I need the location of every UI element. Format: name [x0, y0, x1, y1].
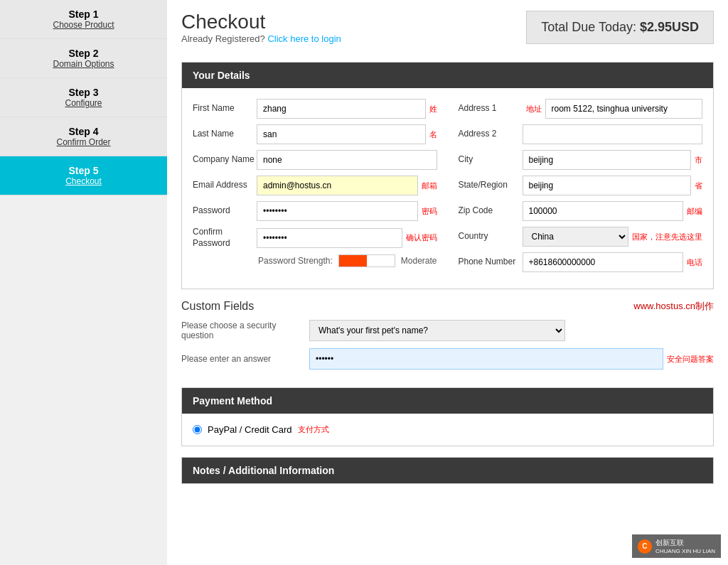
country-label: Country [459, 231, 523, 242]
ps-text: Moderate [401, 256, 437, 266]
address1-label: Address 1 [459, 103, 523, 114]
email-input[interactable] [257, 176, 418, 195]
confirm-password-input[interactable] [257, 228, 402, 248]
step2-label: Domain Options [7, 59, 160, 69]
ps-label: Password Strength: [258, 256, 333, 266]
last-name-row: Last Name 名 [193, 124, 437, 144]
phone-annotation: 电话 [687, 257, 702, 268]
password-strength-row: Password Strength: Moderate [193, 254, 437, 267]
confirm-password-annotation: 确认密码 [406, 232, 437, 243]
total-amount: $2.95USD [640, 20, 699, 34]
payment-body: PayPal / Credit Card 支付方式 [182, 414, 713, 446]
payment-header: Payment Method [182, 388, 713, 414]
sidebar: Step 1 Choose Product Step 2 Domain Opti… [0, 0, 167, 565]
state-label: State/Region [459, 180, 523, 191]
main-content: Checkout Already Registered? Click here … [167, 0, 728, 565]
zip-annotation: 邮编 [687, 206, 702, 217]
password-label: Password [193, 205, 257, 217]
password-row: Password 密码 [193, 201, 437, 221]
step3-number: Step 3 [7, 87, 160, 98]
checkout-title: Checkout [181, 11, 341, 33]
address2-label: Address 2 [459, 129, 523, 140]
checkout-title-area: Checkout Already Registered? Click here … [181, 11, 341, 55]
notes-header: Notes / Additional Information [182, 458, 713, 483]
country-select[interactable]: China United States United Kingdom [523, 227, 629, 247]
answer-annotation: 安全问题答案 [667, 354, 714, 365]
address1-annotation: 地址 [526, 104, 542, 114]
security-question-label: Please choose a security question [181, 321, 309, 340]
company-name-input[interactable] [257, 150, 437, 170]
payment-section: Payment Method PayPal / Credit Card 支付方式 [181, 387, 714, 446]
ps-fill [339, 255, 367, 267]
step5-number: Step 5 [7, 165, 160, 176]
state-row: State/Region 省 [459, 176, 703, 195]
answer-input[interactable] [309, 348, 663, 370]
city-label: City [459, 154, 523, 166]
sidebar-item-step1[interactable]: Step 1 Choose Product [0, 0, 167, 39]
first-name-label: First Name [193, 103, 257, 114]
step5-label: Checkout [7, 176, 160, 186]
step1-number: Step 1 [7, 9, 160, 20]
password-input[interactable] [257, 201, 418, 221]
login-link[interactable]: Click here to login [267, 33, 341, 44]
sidebar-item-step5[interactable]: Step 5 Checkout [0, 156, 167, 195]
custom-fields-header: Custom Fields www.hostus.cn制作 [181, 300, 714, 313]
city-annotation: 市 [695, 155, 702, 166]
step2-number: Step 2 [7, 48, 160, 59]
address2-input[interactable] [523, 124, 703, 144]
city-input[interactable] [523, 150, 692, 170]
answer-row: Please enter an answer 安全问题答案 [181, 348, 714, 370]
first-name-row: First Name 姓 [193, 99, 437, 119]
step4-number: Step 4 [7, 126, 160, 137]
last-name-annotation: 名 [429, 129, 437, 140]
country-annotation: 国家，注意先选这里 [632, 232, 702, 242]
form-right-col: Address 1 地址 Address 2 City 市 [459, 99, 703, 278]
zip-label: Zip Code [459, 205, 523, 217]
last-name-input[interactable] [257, 124, 426, 144]
step1-label: Choose Product [7, 20, 160, 30]
security-question-row: Please choose a security question What's… [181, 320, 714, 341]
form-left-col: First Name 姓 Last Name 名 Company Name [193, 99, 437, 278]
answer-label: Please enter an answer [181, 354, 309, 364]
custom-fields-title: Custom Fields [181, 300, 254, 313]
total-label: Total Due Today: [541, 20, 636, 34]
watermark-text: 创新互联 CHUANG XIN HU LIAN [655, 538, 715, 554]
your-details-header: Your Details [182, 63, 713, 88]
sidebar-item-step4[interactable]: Step 4 Confirm Order [0, 117, 167, 156]
already-registered-text: Already Registered? Click here to login [181, 33, 341, 44]
company-name-row: Company Name [193, 150, 437, 170]
zip-input[interactable] [523, 201, 684, 221]
total-due-box: Total Due Today: $2.95USD [526, 11, 714, 44]
step4-label: Confirm Order [7, 137, 160, 147]
your-details-section: Your Details First Name 姓 Last Name [181, 62, 714, 289]
password-annotation: 密码 [422, 206, 437, 217]
step3-label: Configure [7, 98, 160, 108]
state-annotation: 省 [695, 181, 702, 191]
paypal-label: PayPal / Credit Card [208, 424, 292, 435]
custom-fields-brand: www.hostus.cn制作 [633, 300, 714, 313]
form-grid: First Name 姓 Last Name 名 Company Name [193, 99, 702, 278]
phone-input[interactable] [523, 252, 684, 272]
first-name-annotation: 姓 [429, 104, 437, 114]
city-row: City 市 [459, 150, 703, 170]
company-name-label: Company Name [193, 154, 257, 166]
zip-row: Zip Code 邮编 [459, 201, 703, 221]
phone-row: Phone Number 电话 [459, 252, 703, 272]
last-name-label: Last Name [193, 129, 257, 140]
country-row: Country China United States United Kingd… [459, 227, 703, 247]
checkout-header: Checkout Already Registered? Click here … [181, 11, 714, 55]
address1-input[interactable] [545, 99, 703, 119]
confirm-password-row: Confirm Password 确认密码 [193, 227, 437, 249]
ps-empty [367, 255, 395, 267]
sidebar-item-step3[interactable]: Step 3 Configure [0, 78, 167, 117]
paypal-radio[interactable] [193, 425, 202, 434]
sidebar-item-step2[interactable]: Step 2 Domain Options [0, 39, 167, 78]
address2-row: Address 2 [459, 124, 703, 144]
state-input[interactable] [523, 176, 692, 195]
phone-label: Phone Number [459, 257, 523, 268]
security-question-select[interactable]: What's your first pet's name? What's you… [309, 320, 565, 341]
password-strength-bar [338, 254, 395, 267]
confirm-password-label: Confirm Password [193, 227, 257, 249]
email-label: Email Address [193, 180, 257, 191]
first-name-input[interactable] [257, 99, 426, 119]
